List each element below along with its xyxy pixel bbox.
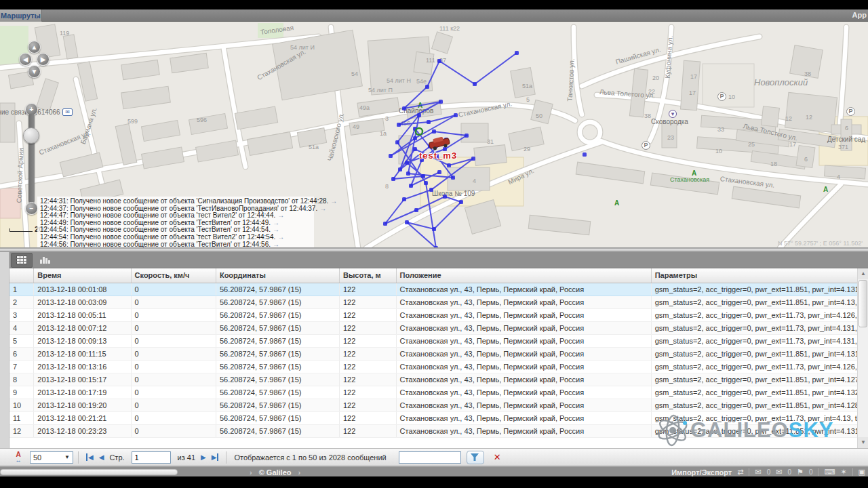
table-vertical-scrollbar[interactable]: ▲ ▼ bbox=[857, 268, 868, 448]
track-point[interactable] bbox=[425, 85, 429, 89]
table-row[interactable]: 102013-12-18 00:19:20056.208724, 57.9867… bbox=[9, 399, 857, 411]
track-point[interactable] bbox=[398, 167, 402, 171]
track-point[interactable] bbox=[432, 129, 436, 134]
table-row[interactable]: 62013-12-18 00:11:15056.208724, 57.9867 … bbox=[9, 347, 857, 360]
track-point[interactable] bbox=[432, 227, 436, 231]
map-view[interactable]: Стахановская ул.Стахановская ул.Стаханов… bbox=[0, 22, 868, 248]
tracked-object-label[interactable]: test_m3 bbox=[419, 150, 457, 161]
track-point[interactable] bbox=[447, 163, 451, 167]
pan-right-button[interactable]: ▶ bbox=[37, 53, 50, 66]
track-point[interactable] bbox=[583, 152, 587, 157]
first-page-button[interactable]: ◀ bbox=[86, 453, 94, 461]
scroll-up-arrow[interactable]: ▲ bbox=[858, 268, 868, 279]
track-point[interactable] bbox=[405, 161, 409, 165]
pan-down-button[interactable]: ▼ bbox=[28, 65, 41, 78]
cell-time: 2013-12-18 00:09:13 bbox=[34, 334, 131, 347]
import-export-button[interactable]: Импорт/Экспорт bbox=[671, 468, 732, 476]
tab-chart-view[interactable] bbox=[34, 253, 56, 268]
filter-button[interactable] bbox=[467, 451, 484, 464]
keyboard-icon[interactable]: ⌨ bbox=[824, 468, 835, 476]
track-point[interactable] bbox=[437, 59, 441, 63]
table-row[interactable]: 32013-12-18 00:05:11056.208724, 57.9867 … bbox=[9, 308, 857, 321]
pan-left-button[interactable]: ◀ bbox=[19, 53, 32, 66]
zoom-slider-handle[interactable] bbox=[23, 127, 39, 144]
table-row[interactable]: 122013-12-18 00:23:23056.208724, 57.9867… bbox=[9, 424, 857, 437]
track-point[interactable] bbox=[405, 220, 409, 224]
clear-filter-button[interactable]: ✕ bbox=[494, 452, 501, 462]
track-point[interactable] bbox=[429, 188, 433, 192]
table-row[interactable]: 72013-12-18 00:13:16056.208724, 57.9867 … bbox=[9, 360, 857, 373]
track-point[interactable] bbox=[413, 136, 417, 140]
column-header[interactable]: Скорость, км/ч bbox=[131, 268, 216, 283]
scroll-down-arrow[interactable]: ▼ bbox=[858, 437, 868, 448]
prev-arrow[interactable]: › bbox=[250, 468, 252, 476]
table-row[interactable]: 22013-12-18 00:03:09056.208724, 57.9867 … bbox=[9, 296, 857, 308]
track-point[interactable] bbox=[409, 184, 413, 188]
horizontal-scrollbar-thumb[interactable] bbox=[0, 469, 178, 475]
track-point[interactable] bbox=[427, 120, 431, 124]
track-point[interactable] bbox=[391, 177, 395, 181]
track-point[interactable] bbox=[424, 181, 428, 185]
alerts-flag-icon[interactable]: ⚑ bbox=[797, 468, 804, 476]
track-point[interactable] bbox=[454, 113, 458, 117]
column-header[interactable]: Положение bbox=[396, 268, 651, 283]
table-row[interactable]: 112013-12-18 00:21:21056.208724, 57.9867… bbox=[9, 411, 857, 424]
page-size-select[interactable]: 50 ▼ bbox=[30, 451, 73, 464]
table-row[interactable]: 42013-12-18 00:07:12056.208724, 57.9867 … bbox=[9, 321, 857, 334]
track-point[interactable] bbox=[383, 222, 387, 226]
track-point[interactable] bbox=[443, 195, 447, 199]
track-point[interactable] bbox=[395, 140, 399, 144]
track-point[interactable] bbox=[515, 51, 519, 55]
goto-object-icon[interactable]: → bbox=[273, 219, 279, 226]
import-export-icon[interactable]: ⇄ bbox=[737, 468, 743, 476]
messages-icon[interactable]: ✉ bbox=[755, 468, 761, 476]
track-point[interactable] bbox=[413, 147, 417, 151]
autofit-columns-icon[interactable]: A↔ bbox=[12, 451, 24, 464]
pan-up-button[interactable]: ▲ bbox=[28, 41, 41, 54]
table-row[interactable]: 92013-12-18 00:17:19056.208724, 57.9867 … bbox=[9, 386, 857, 399]
column-header[interactable] bbox=[9, 268, 34, 283]
column-header[interactable]: Координаты bbox=[216, 268, 339, 283]
cell-speed: 0 bbox=[131, 296, 216, 308]
table-row[interactable]: 12013-12-18 00:01:08056.208724, 57.9867 … bbox=[9, 283, 857, 296]
goto-object-icon[interactable]: → bbox=[273, 226, 279, 233]
scrollbar-thumb[interactable] bbox=[859, 280, 867, 327]
goto-object-icon[interactable]: → bbox=[273, 241, 279, 248]
track-point[interactable] bbox=[417, 113, 421, 117]
page-number-input[interactable] bbox=[132, 451, 171, 464]
goto-object-icon[interactable]: → bbox=[330, 197, 337, 205]
monitor-icon[interactable]: ▣ bbox=[859, 468, 865, 476]
outbox-icon[interactable]: ✉ bbox=[776, 468, 782, 476]
track-point[interactable] bbox=[437, 170, 441, 174]
table-row[interactable]: 52013-12-18 00:09:13056.208724, 57.9867 … bbox=[9, 334, 857, 347]
goto-object-icon[interactable]: → bbox=[319, 205, 326, 212]
track-point[interactable] bbox=[459, 200, 463, 204]
goto-object-icon[interactable]: → bbox=[277, 233, 284, 241]
last-page-button[interactable]: ▶ bbox=[212, 453, 219, 461]
track-point[interactable] bbox=[471, 157, 475, 161]
zoom-out-button[interactable]: − bbox=[25, 202, 38, 215]
filter-input[interactable] bbox=[399, 451, 461, 464]
prev-page-button[interactable]: ◀ bbox=[99, 453, 104, 461]
track-point[interactable] bbox=[451, 176, 455, 180]
next-page-button[interactable]: ▶ bbox=[201, 453, 206, 461]
column-header[interactable]: Параметры bbox=[651, 268, 857, 283]
track-point[interactable] bbox=[465, 134, 469, 138]
track-point[interactable] bbox=[439, 100, 443, 104]
tab-routes[interactable]: Маршруты bbox=[0, 9, 42, 22]
column-header[interactable]: Время bbox=[34, 268, 131, 283]
track-point[interactable] bbox=[397, 123, 401, 127]
track-point[interactable] bbox=[389, 154, 393, 158]
track-point[interactable] bbox=[414, 208, 418, 212]
track-point[interactable] bbox=[402, 106, 406, 110]
table-row[interactable]: 82013-12-18 00:15:17056.208724, 57.9867 … bbox=[9, 373, 857, 386]
column-header[interactable]: Высота, м bbox=[340, 268, 397, 283]
next-arrow[interactable]: › bbox=[298, 468, 301, 476]
goto-object-icon[interactable]: → bbox=[277, 211, 284, 219]
track-point[interactable] bbox=[402, 197, 406, 201]
track-point[interactable] bbox=[406, 171, 410, 176]
track-point[interactable] bbox=[421, 174, 425, 178]
settings-icon[interactable]: ✶ bbox=[840, 468, 846, 476]
tab-table-view[interactable] bbox=[11, 253, 33, 268]
track-point[interactable] bbox=[473, 82, 477, 86]
